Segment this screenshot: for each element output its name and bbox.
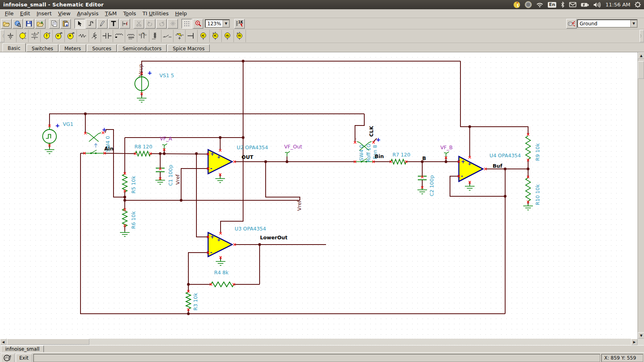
svg-text:R8 120: R8 120 <box>134 144 153 150</box>
palette-potentiometer[interactable] <box>89 30 101 42</box>
indicator-orb-icon[interactable] <box>525 1 532 8</box>
select-tool-button[interactable] <box>74 19 85 29</box>
copy-button[interactable] <box>49 19 60 29</box>
menu-help[interactable]: Help <box>172 10 190 17</box>
session-gear-icon[interactable] <box>635 2 641 8</box>
draw-tool-button[interactable] <box>97 19 107 29</box>
menu-t-m[interactable]: T&M <box>102 10 120 17</box>
component-value-tool-button[interactable]: 1K <box>234 19 245 29</box>
bluetooth-icon[interactable] <box>561 2 565 8</box>
vertical-scroll-thumb[interactable] <box>638 61 644 79</box>
tab-meters[interactable]: Meters <box>59 44 86 52</box>
cut-button[interactable] <box>134 19 144 29</box>
palette-inductor-core[interactable] <box>125 30 137 42</box>
grid-toggle-button[interactable] <box>182 19 192 29</box>
svg-text:Roff 1G: Roff 1G <box>365 144 372 162</box>
palette-ground[interactable] <box>4 30 17 42</box>
palette-transformer[interactable] <box>149 30 161 42</box>
exit-button[interactable]: Exit <box>16 354 32 362</box>
tab-sources[interactable]: Sources <box>87 44 116 52</box>
paste-button[interactable] <box>60 19 71 29</box>
open-web-button[interactable] <box>12 19 23 29</box>
workarea: +-++-++-+''++++VS1 5VG1SW4 0R8 120C1 100… <box>0 52 644 339</box>
palette-resistor[interactable] <box>77 30 89 42</box>
scroll-up-button[interactable]: ▲ <box>638 52 644 59</box>
svg-text:R3 10k: R3 10k <box>192 292 198 311</box>
redo-button[interactable] <box>156 19 167 29</box>
menu-tools[interactable]: Tools <box>120 10 139 17</box>
undo-button[interactable] <box>145 19 155 29</box>
open-file-button[interactable] <box>1 19 12 29</box>
palette-ic-source[interactable]: IC <box>198 30 210 42</box>
palette-scroll-left[interactable]: 〈 <box>0 30 4 42</box>
save-button[interactable] <box>24 19 34 29</box>
svg-text:+: + <box>48 32 51 35</box>
menu-analysis[interactable]: Analysis <box>74 10 102 17</box>
horizontal-scrollbar[interactable]: ◀ ▶ <box>0 339 644 345</box>
tab-basic[interactable]: Basic <box>2 43 26 52</box>
wire-tool-button[interactable] <box>86 19 96 29</box>
palette-ic-source-plus[interactable]: +IC <box>210 30 222 42</box>
horizontal-scroll-thumb[interactable] <box>7 339 89 345</box>
editor-mode-button[interactable] <box>1 354 14 362</box>
find-component-button[interactable] <box>566 19 577 29</box>
app-indicator-icon[interactable] <box>514 1 520 8</box>
component-select-combo[interactable]: Ground ▼ <box>577 19 638 28</box>
svg-text:+: + <box>217 154 221 160</box>
scroll-left-button[interactable]: ◀ <box>0 339 6 345</box>
svg-text:A: A <box>69 34 71 37</box>
svg-text:+: + <box>59 32 62 35</box>
palette-voltage-generator[interactable]: +V <box>53 30 65 42</box>
tab-spice-macros[interactable]: Spice Macros <box>167 44 210 52</box>
svg-text:-: - <box>461 173 463 179</box>
clock[interactable]: 11:56 AM <box>605 2 630 8</box>
dimension-tool-button[interactable] <box>120 19 130 29</box>
text-tool-button[interactable] <box>108 19 119 29</box>
component-select-arrow[interactable]: ▼ <box>630 20 637 27</box>
snap-tool-button[interactable] <box>167 19 178 29</box>
component-palette: 〈+−+++V+AL₁ML₂TIC+ICIS+IS〉 <box>0 29 644 43</box>
menu-insert[interactable]: Insert <box>33 10 55 17</box>
palette-scroll-right[interactable]: 〉 <box>640 30 644 42</box>
zoom-level-combo[interactable]: 123% ▼ <box>205 19 230 28</box>
open-macro-button[interactable] <box>35 19 45 29</box>
menu-view[interactable]: View <box>55 10 74 17</box>
palette-voltage-source[interactable]: +− <box>17 30 29 42</box>
palette-current-source[interactable]: + <box>41 30 53 42</box>
palette-is-source-plus[interactable]: +IS <box>234 30 246 42</box>
menu-ti-utilities[interactable]: TI Utilities <box>139 10 172 17</box>
palette-inductor[interactable] <box>113 30 125 42</box>
scroll-down-button[interactable]: ▼ <box>638 332 644 339</box>
svg-text:VF_B: VF_B <box>440 144 453 150</box>
zoom-level-value: 123% <box>207 21 221 27</box>
palette-capacitor[interactable] <box>101 30 113 42</box>
document-tab[interactable]: infnoise_small <box>1 346 44 352</box>
palette-open-end[interactable] <box>186 30 198 42</box>
schematic-canvas[interactable]: +-++-++-+''++++VS1 5VG1SW4 0R8 120C1 100… <box>0 52 625 339</box>
tab-semiconductors[interactable]: Semiconductors <box>118 44 167 52</box>
palette-controlled-switch[interactable]: T <box>173 30 186 42</box>
zoom-dropdown-arrow[interactable]: ▼ <box>223 20 229 27</box>
scroll-right-button[interactable]: ▶ <box>631 339 638 345</box>
palette-switch[interactable] <box>161 30 173 42</box>
svg-text:U4 OPA4354: U4 OPA4354 <box>489 152 521 158</box>
menu-edit[interactable]: Edit <box>17 10 33 17</box>
wifi-icon[interactable] <box>536 2 543 8</box>
svg-text:CLK: CLK <box>368 125 374 137</box>
svg-text:Buf: Buf <box>493 163 502 169</box>
mail-icon[interactable] <box>569 2 576 7</box>
menu-file[interactable]: File <box>2 10 17 17</box>
battery-icon[interactable] <box>581 2 589 7</box>
tab-switches[interactable]: Switches <box>27 44 58 52</box>
vertical-scrollbar[interactable]: ▲ ▼ <box>638 52 644 339</box>
volume-icon[interactable] <box>593 2 601 8</box>
zoom-tool-button[interactable] <box>193 19 203 29</box>
svg-text:R4 8k: R4 8k <box>214 269 229 276</box>
palette-coupled-inductors[interactable]: L₁ML₂ <box>137 30 149 42</box>
palette-battery[interactable]: + <box>29 30 41 42</box>
palette-current-generator[interactable]: +A <box>65 30 77 42</box>
svg-text:R9 10k: R9 10k <box>535 143 541 161</box>
svg-text:R5 10k: R5 10k <box>130 175 136 193</box>
palette-is-source[interactable]: IS <box>222 30 234 42</box>
keyboard-layout-indicator[interactable]: En <box>548 2 556 8</box>
